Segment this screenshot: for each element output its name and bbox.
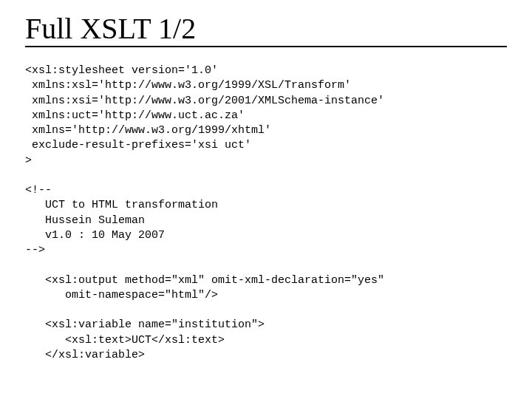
code-block: <xsl:stylesheet version='1.0' xmlns:xsl=… [25,64,507,363]
slide-title: Full XSLT 1/2 [25,13,507,44]
title-underline: Full XSLT 1/2 [25,13,507,47]
slide: Full XSLT 1/2 <xsl:stylesheet version='1… [0,0,532,399]
